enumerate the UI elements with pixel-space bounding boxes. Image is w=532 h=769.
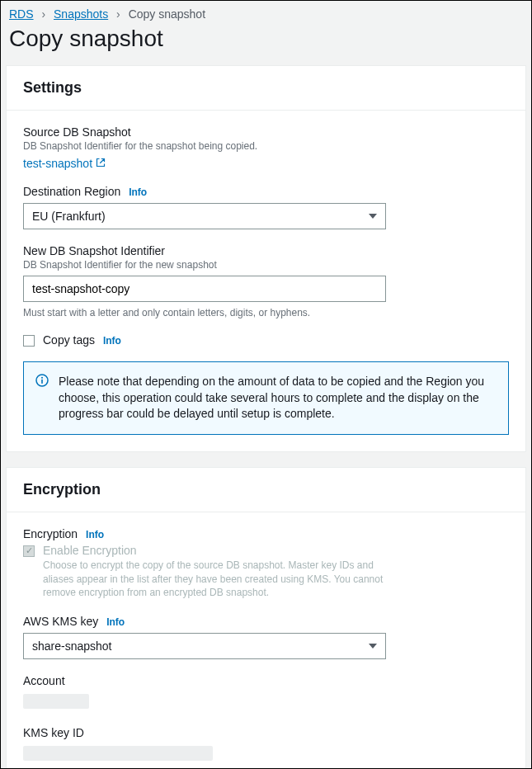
encryption-panel: Encryption Encryption Info Enable Encryp…	[6, 467, 526, 769]
account-label: Account	[23, 674, 509, 687]
destination-region-label: Destination Region Info	[23, 185, 509, 198]
breadcrumb-current: Copy snapshot	[129, 7, 205, 21]
external-link-icon	[96, 157, 106, 170]
encryption-label: Encryption Info	[23, 527, 509, 540]
new-snapshot-id-input[interactable]	[23, 276, 386, 302]
new-snapshot-id-label: New DB Snapshot Identifier	[23, 244, 509, 257]
info-icon	[35, 374, 49, 392]
kms-key-label: AWS KMS key Info	[23, 615, 509, 628]
info-link[interactable]: Info	[86, 529, 104, 540]
copy-tags-label: Copy tags	[43, 333, 95, 347]
source-snapshot-desc: DB Snapshot Identifier for the snapshot …	[23, 140, 509, 152]
account-value-redacted	[23, 694, 89, 709]
info-link[interactable]: Info	[106, 616, 125, 628]
page-title: Copy snapshot	[6, 26, 526, 65]
kms-key-select[interactable]: share-snapshot	[23, 633, 386, 659]
enable-encryption-checkbox	[23, 545, 35, 557]
breadcrumb-rds[interactable]: RDS	[9, 7, 34, 21]
source-snapshot-link[interactable]: test-snapshot	[23, 157, 106, 170]
destination-region-select[interactable]: EU (Frankfurt)	[23, 203, 386, 229]
settings-header: Settings	[7, 66, 525, 111]
breadcrumb: RDS › Snapshots › Copy snapshot	[6, 7, 526, 26]
info-notice-text: Please note that depending on the amount…	[59, 375, 484, 420]
breadcrumb-snapshots[interactable]: Snapshots	[54, 7, 108, 21]
info-notice: Please note that depending on the amount…	[23, 361, 509, 435]
source-snapshot-label: Source DB Snapshot	[23, 125, 509, 139]
chevron-right-icon: ›	[41, 7, 45, 21]
kms-key-id-value-redacted	[23, 746, 213, 761]
chevron-right-icon: ›	[116, 7, 120, 21]
kms-key-id-label: KMS key ID	[23, 726, 509, 739]
chevron-down-icon	[369, 214, 377, 219]
info-link[interactable]: Info	[129, 186, 147, 198]
settings-panel: Settings Source DB Snapshot DB Snapshot …	[6, 65, 526, 452]
enable-encryption-desc: Choose to encrypt the copy of the source…	[43, 559, 398, 600]
info-link[interactable]: Info	[103, 335, 121, 347]
chevron-down-icon	[369, 644, 377, 649]
svg-point-1	[41, 377, 43, 379]
encryption-header: Encryption	[7, 468, 525, 512]
svg-rect-2	[41, 380, 43, 384]
copy-tags-checkbox[interactable]	[23, 335, 35, 347]
new-snapshot-id-desc: DB Snapshot Identifier for the new snaps…	[23, 259, 509, 271]
new-snapshot-id-help: Must start with a letter and only contai…	[23, 307, 509, 318]
enable-encryption-label: Enable Encryption	[43, 544, 398, 557]
